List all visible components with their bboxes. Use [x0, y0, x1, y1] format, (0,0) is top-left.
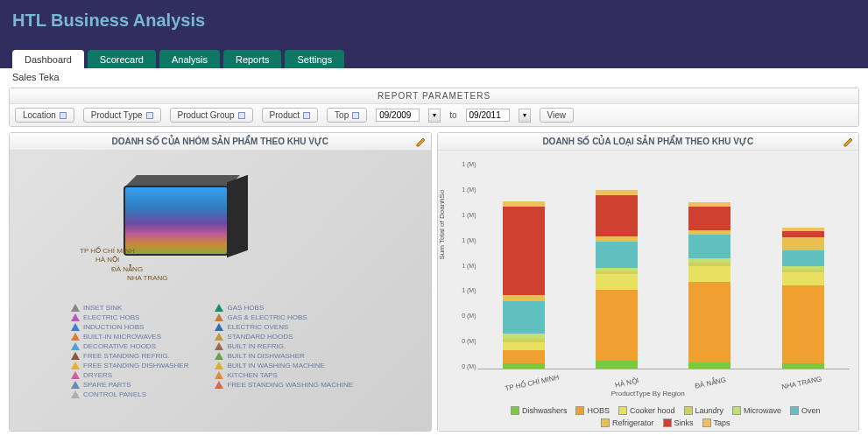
bar-segment [782, 250, 824, 266]
bar-segment [688, 235, 730, 258]
legend-item: BUILT-IN MICROWAVES [71, 333, 188, 341]
location-dropdown[interactable]: Location [15, 108, 74, 123]
legend-item: GAS & ELECTRIC HOBS [215, 313, 353, 321]
bar-segment [688, 207, 730, 230]
bar-segment [688, 266, 730, 282]
legend-item: Refrigerator [601, 418, 654, 427]
y-tick: 1 (M) [454, 237, 476, 243]
legend-item: Cooker hood [618, 406, 675, 415]
legend-item: Microwave [732, 406, 781, 415]
dropdown-icon [303, 112, 310, 119]
y-axis-ticks: 1 (M)1 (M)1 (M)1 (M)1 (M)1 (M)0 (M)0 (M)… [454, 161, 476, 369]
legend-item: SPARE PARTS [71, 381, 188, 389]
product-type-label: Product Type [91, 110, 143, 120]
tab-settings[interactable]: Settings [285, 50, 344, 68]
legend-item: INDUCTION HOBS [71, 323, 188, 331]
top-dropdown[interactable]: Top [327, 108, 367, 123]
bar-segment [688, 282, 730, 362]
legend-item: BUILT IN REFRIG. [215, 342, 353, 350]
y-tick: 1 (M) [454, 263, 476, 269]
y-tick: 1 (M) [454, 212, 476, 218]
legend-item: FREE STANDING DISHWASHER [71, 362, 188, 369]
legend-item: ELECTRIC OVENS [215, 323, 353, 331]
view-label: View [547, 110, 567, 120]
date-to-label: to [449, 110, 456, 120]
legend-item: BUILT IN DISHWASHER [215, 352, 353, 360]
view-button[interactable]: View [540, 108, 575, 123]
bar-segment [782, 237, 824, 250]
y-tick: 1 (M) [454, 161, 476, 167]
tab-analysis[interactable]: Analysis [159, 50, 220, 68]
product-type-legend: DishwashersHOBSCooker hoodLaundryMicrowa… [482, 406, 850, 427]
legend-item: Laundry [684, 406, 724, 415]
region-axis-labels: TP HỒ CHÍ MINH HÀ NỘI ĐÀ NẴNG NHA TRANG [80, 247, 168, 284]
bar-segment [503, 207, 545, 295]
legend-item: GAS HOBS [215, 304, 353, 312]
region-label: TP HỒ CHÍ MINH [80, 247, 168, 256]
bar-segment [782, 272, 824, 285]
legend-item: Sinks [663, 418, 694, 427]
main-tabs: Dashboard Scorecard Analysis Reports Set… [12, 50, 344, 68]
region-label: NHA TRANG [127, 274, 168, 283]
edit-icon[interactable] [415, 136, 427, 148]
date-to-input[interactable] [466, 109, 510, 122]
bar-segment [782, 285, 824, 363]
date-from-input[interactable] [376, 109, 420, 122]
panel-body-right: Sum Total of DoanhSo 1 (M)1 (M)1 (M)1 (M… [438, 151, 859, 431]
bar-segment [503, 350, 545, 363]
tab-scorecard[interactable]: Scorecard [88, 50, 156, 68]
legend-item: CONTROL PANELS [71, 390, 188, 398]
x-tick: ĐÀ NẴNG [694, 376, 726, 390]
dropdown-icon [238, 112, 245, 119]
date-to-picker-icon[interactable]: ▾ [519, 109, 531, 123]
bar-segment [596, 195, 638, 236]
y-tick: 1 (M) [454, 287, 476, 293]
region-label: HÀ NỘI [95, 256, 168, 264]
panel-body-left: TP HỒ CHÍ MINH HÀ NỘI ĐÀ NẴNG NHA TRANG … [10, 151, 431, 431]
tab-reports[interactable]: Reports [223, 50, 282, 68]
bar-segment [688, 362, 730, 369]
bar-segment [596, 361, 638, 369]
date-from-picker-icon[interactable]: ▾ [428, 109, 441, 123]
legend-item: INSET SINK [71, 304, 188, 312]
bar [782, 228, 824, 369]
legend-item: DRYERS [71, 371, 188, 379]
stacked-bar-chart [477, 161, 850, 369]
report-parameters-title: REPORT PARAMETERS [10, 88, 858, 104]
bar [688, 202, 730, 369]
legend-item: HOBS [575, 406, 610, 415]
x-tick: NHA TRANG [780, 375, 822, 390]
product-dropdown[interactable]: Product [262, 108, 318, 123]
panel-title-right: DOANH SỐ CỦA LOẠI SẢN PHẨM THEO KHU VỰC [438, 133, 859, 151]
legend-item: Dishwashers [511, 406, 568, 415]
panel-product-group-by-region: DOANH SỐ CỦA NHÓM SẢN PHẨM THEO KHU VỰC … [9, 132, 432, 432]
bar-segment [596, 274, 638, 290]
panel-product-type-by-region: DOANH SỐ CỦA LOẠI SẢN PHẨM THEO KHU VỰC … [437, 132, 860, 432]
location-label: Location [23, 110, 56, 120]
region-label: ĐÀ NẴNG [111, 265, 168, 274]
legend-item: BUILT IN WASHING MACHINE [215, 362, 353, 369]
product-group-dropdown[interactable]: Product Group [170, 108, 253, 123]
product-group-legend: INSET SINKELECTRIC HOBSINDUCTION HOBSBUI… [71, 304, 353, 400]
bar-segment [596, 290, 638, 361]
bar-segment [782, 363, 824, 369]
product-type-dropdown[interactable]: Product Type [83, 108, 161, 123]
tab-dashboard[interactable]: Dashboard [12, 50, 84, 68]
product-group-label: Product Group [178, 110, 235, 120]
x-tick: HÀ NỘI [614, 376, 639, 389]
product-label: Product [270, 110, 300, 120]
bar-segment [503, 363, 545, 369]
dropdown-icon [352, 112, 359, 119]
report-parameters-row: Location Product Type Product Group Prod… [10, 104, 858, 126]
bar-segment [782, 231, 824, 237]
app-header: HTL Business Analysis Dashboard Scorecar… [0, 0, 868, 68]
x-axis-ticks: TP HỒ CHÍ MINHHÀ NỘIĐÀ NẴNGNHA TRANG [477, 379, 850, 387]
bar-segment [596, 242, 638, 268]
bar-segment [503, 301, 545, 334]
y-tick: 0 (M) [454, 313, 476, 319]
y-tick: 0 (M) [454, 363, 476, 369]
legend-item: Taps [702, 418, 730, 427]
legend-item: DECORATIVE HOODS [71, 342, 188, 350]
edit-icon[interactable] [843, 136, 855, 148]
x-axis-label: ProductType By Region [438, 390, 859, 397]
